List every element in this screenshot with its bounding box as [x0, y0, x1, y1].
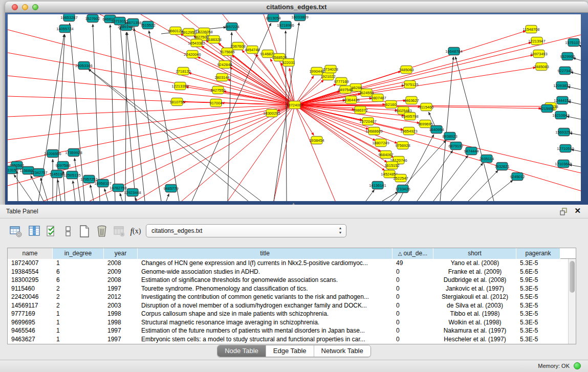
network-node[interactable]: 10973493: [530, 50, 547, 58]
table-cell[interactable]: 2009: [104, 268, 138, 276]
table-cell[interactable]: 9115460: [8, 285, 53, 293]
table-cell[interactable]: Genome-wide association studies in ADHD.: [138, 268, 393, 276]
network-node[interactable]: 17103645: [555, 160, 572, 168]
network-node[interactable]: 9245012: [510, 173, 525, 181]
table-row[interactable]: 1830029562008Estimation of significance …: [8, 276, 576, 285]
table-cell[interactable]: 19384554: [8, 268, 53, 276]
network-node[interactable]: 9463627: [404, 97, 419, 104]
table-row[interactable]: 2242004622012Investigating the contribut…: [8, 293, 576, 301]
network-node[interactable]: 7932621: [494, 163, 509, 170]
network-node[interactable]: 9175685: [220, 48, 234, 56]
table-cell[interactable]: 2: [53, 301, 104, 310]
select-column-icon[interactable]: [27, 224, 42, 239]
table-selector-dropdown[interactable]: citations_edges.txt ▲ ▼: [146, 224, 346, 237]
network-node[interactable]: 20053346: [75, 62, 92, 70]
table-cell[interactable]: 2008: [104, 259, 138, 268]
network-node[interactable]: 9115460: [419, 103, 434, 111]
network-node[interactable]: 9756928: [395, 142, 410, 149]
function-builder-icon[interactable]: f(x): [128, 224, 143, 239]
table-cell[interactable]: Wolkin et al. (1998): [433, 318, 516, 327]
network-node[interactable]: 7986372: [353, 106, 367, 114]
table-cell[interactable]: Estimation of significance thresholds fo…: [138, 276, 393, 285]
network-node[interactable]: 10653287: [60, 14, 77, 21]
table-row[interactable]: 977716911998Corpus callosum shape and si…: [8, 310, 576, 318]
table-row[interactable]: 911546021997Tourette syndrome. Phenomeno…: [8, 285, 576, 293]
network-node[interactable]: 8813054: [266, 14, 280, 22]
table-cell[interactable]: Jankovic et al. (1997): [433, 285, 516, 293]
network-node[interactable]: 14055724: [56, 25, 73, 33]
table-cell[interactable]: Estimation of the future numbers of pati…: [138, 326, 393, 335]
table-cell[interactable]: 1: [53, 318, 104, 327]
network-node[interactable]: 12710510: [557, 145, 574, 152]
table-cell[interactable]: 0: [393, 268, 433, 276]
table-cell[interactable]: 0: [393, 318, 433, 327]
column-header-title[interactable]: title: [138, 248, 393, 259]
table-row[interactable]: 1938455462009Genome-wide association stu…: [8, 268, 576, 276]
table-cell[interactable]: 5.3E-5: [516, 310, 560, 318]
network-node[interactable]: 7857224: [224, 23, 239, 31]
table-cell[interactable]: 9699695: [8, 318, 53, 327]
unselect-all-rows-icon[interactable]: [60, 224, 76, 239]
network-canvas[interactable]: 1872400786601238912955182260589827508818…: [8, 14, 581, 201]
delete-table-icon[interactable]: [94, 224, 110, 239]
network-node[interactable]: 7515522: [140, 21, 155, 29]
network-node[interactable]: 3913159: [8, 166, 18, 174]
network-node[interactable]: 14136141: [369, 182, 386, 189]
network-node[interactable]: 1921022: [320, 73, 335, 80]
network-node[interactable]: 19218986: [277, 21, 294, 29]
network-node[interactable]: 16495798: [401, 113, 418, 120]
scrollbar-thumb[interactable]: [570, 261, 575, 293]
table-cell[interactable]: 5.6E-5: [516, 268, 560, 276]
table-cell[interactable]: 1998: [104, 310, 138, 318]
table-cell[interactable]: 6: [53, 268, 104, 276]
network-node[interactable]: 12505135: [63, 171, 80, 179]
table-cell[interactable]: Structural magnetic resonance image aver…: [138, 318, 393, 327]
table-cell[interactable]: 14569117: [8, 301, 53, 310]
network-node[interactable]: 1145194: [50, 170, 64, 178]
network-node[interactable]: 8427552: [210, 86, 225, 94]
table-cell[interactable]: 49: [393, 259, 433, 268]
table-cell[interactable]: 5.3E-5: [516, 285, 560, 293]
network-node[interactable]: 9699695: [418, 120, 432, 128]
table-cell[interactable]: Nakamura et al. (1997): [433, 326, 516, 335]
network-node[interactable]: 16033809: [291, 14, 308, 21]
network-node[interactable]: 822031: [282, 59, 295, 67]
network-node[interactable]: 9684067: [378, 151, 393, 159]
network-node[interactable]: 9242848: [217, 61, 232, 69]
network-node[interactable]: 1810755: [169, 98, 184, 106]
network-node[interactable]: 8938923: [442, 133, 457, 140]
network-node[interactable]: 2718120: [176, 68, 190, 75]
network-node[interactable]: 17359928: [65, 149, 82, 157]
network-node[interactable]: 8186328: [206, 36, 221, 43]
table-cell[interactable]: 5.3E-5: [516, 259, 560, 268]
table-cell[interactable]: 0: [393, 310, 433, 318]
network-node[interactable]: 917004: [209, 99, 222, 107]
network-node[interactable]: 12923448: [124, 189, 141, 196]
table-cell[interactable]: Investigating the contribution of common…: [138, 293, 393, 301]
tab-node-table[interactable]: Node Table: [217, 345, 266, 357]
network-node[interactable]: 18807249: [372, 139, 389, 147]
new-table-icon[interactable]: [77, 224, 92, 239]
network-node[interactable]: 15751074: [565, 39, 581, 47]
network-node[interactable]: 1733426: [395, 185, 410, 193]
network-node[interactable]: 12093832: [553, 82, 570, 90]
network-node[interactable]: 9777169: [334, 78, 349, 85]
table-cell[interactable]: Embryonic stem cells: a model to study s…: [138, 335, 393, 344]
network-node[interactable]: 15693251: [555, 128, 572, 136]
network-node[interactable]: 16543382: [188, 39, 205, 47]
network-node[interactable]: 10688609: [365, 127, 382, 135]
table-row[interactable]: 1872400712008Changes of HCN gene express…: [8, 259, 576, 268]
network-node[interactable]: 1990448: [309, 68, 324, 75]
network-node[interactable]: 2803144: [214, 74, 229, 81]
network-node[interactable]: 9227343: [557, 67, 572, 75]
table-cell[interactable]: 1998: [104, 318, 138, 327]
table-cell[interactable]: 9465546: [8, 326, 53, 335]
table-cell[interactable]: 5.3E-5: [516, 326, 560, 335]
network-node[interactable]: 8215955: [539, 105, 554, 113]
column-header-name[interactable]: name: [8, 248, 53, 259]
table-cell[interactable]: 1: [53, 259, 104, 268]
column-header-in-degree[interactable]: in_degree: [53, 248, 104, 259]
table-cell[interactable]: de Silva et al. (2003): [433, 301, 516, 310]
table-cell[interactable]: 2012: [104, 293, 138, 301]
table-cell[interactable]: 6: [53, 276, 104, 285]
